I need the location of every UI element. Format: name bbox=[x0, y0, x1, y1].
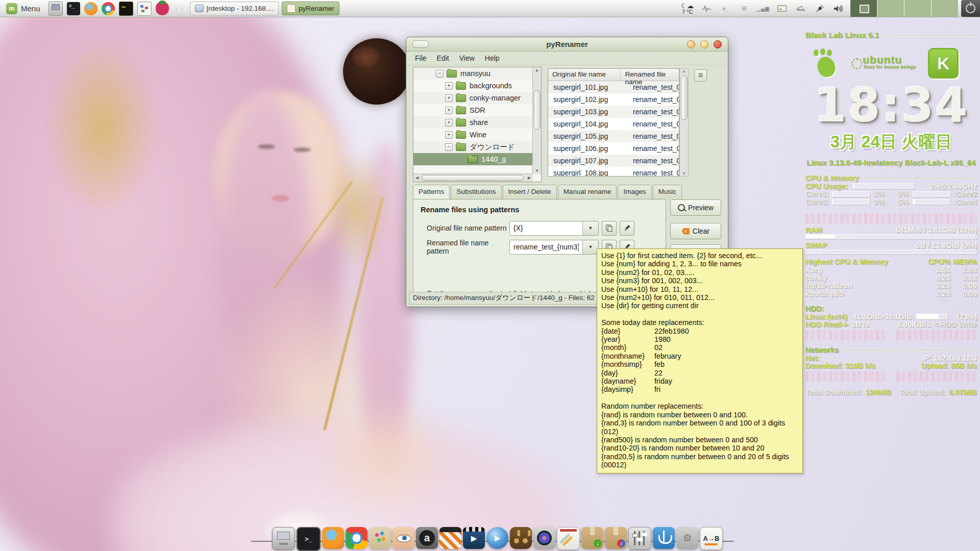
workspace-1[interactable] bbox=[850, 0, 877, 17]
terminal-tray-icon[interactable]: >_ bbox=[719, 3, 731, 15]
tab[interactable]: Insert / Delete bbox=[503, 185, 557, 199]
dock-text-editor[interactable] bbox=[557, 527, 580, 550]
tree-expander-icon[interactable]: + bbox=[445, 107, 453, 114]
combo-dropdown-icon[interactable]: ▼ bbox=[582, 221, 598, 235]
dock-photo-app[interactable] bbox=[533, 527, 555, 549]
dock-rename-tool[interactable]: A→B bbox=[700, 527, 723, 550]
tree-expander-icon[interactable]: + bbox=[445, 119, 453, 127]
tree-expander-icon[interactable]: + bbox=[445, 94, 453, 102]
file-row[interactable]: supergirl_103.jpg rename_test_002 bbox=[548, 106, 679, 118]
dock-terminal[interactable]: >_ bbox=[297, 527, 321, 551]
workspace-2[interactable] bbox=[877, 0, 904, 17]
file-row[interactable]: supergirl_102.jpg rename_test_001 bbox=[548, 93, 679, 106]
power-button[interactable] bbox=[961, 0, 980, 17]
copy-pattern-button[interactable] bbox=[602, 221, 617, 236]
menu-item[interactable]: File bbox=[410, 53, 431, 63]
minimize-button[interactable] bbox=[687, 40, 695, 48]
tree-item[interactable]: + Wine bbox=[413, 129, 533, 141]
volume-icon[interactable] bbox=[832, 3, 845, 15]
tree-horizontal-scrollbar[interactable]: ◀ ▶ bbox=[413, 173, 533, 182]
dock-media-sphere[interactable]: ▶ bbox=[486, 527, 508, 549]
launcher-chrome-icon[interactable] bbox=[102, 2, 115, 15]
file-row[interactable]: supergirl_101.jpg rename_test_000 bbox=[548, 81, 679, 93]
file-row[interactable]: supergirl_108.jpg rename_test_007 bbox=[548, 167, 679, 177]
tree-item[interactable]: 1440_g bbox=[413, 153, 533, 165]
tree-expander-icon[interactable]: − bbox=[436, 70, 444, 78]
menu-item[interactable]: Help bbox=[480, 53, 504, 63]
launcher-raspberry-icon[interactable] bbox=[156, 2, 169, 15]
column-original[interactable]: Original file name bbox=[548, 69, 621, 81]
launcher-firefox-icon[interactable] bbox=[84, 2, 97, 15]
dock-video-player[interactable]: ▶ bbox=[463, 527, 485, 549]
tree-item[interactable]: + backgrounds bbox=[413, 80, 533, 92]
usage-bars-icon[interactable]: ▁▄▆ bbox=[757, 3, 769, 15]
file-row[interactable]: supergirl_105.jpg rename_test_004 bbox=[548, 130, 679, 142]
tree-item[interactable]: − ダウンロード bbox=[413, 141, 533, 153]
menu-lines-icon[interactable]: ≡ bbox=[738, 3, 750, 15]
file-row[interactable]: supergirl_106.jpg rename_test_005 bbox=[548, 142, 679, 155]
workspace-3[interactable] bbox=[904, 0, 931, 17]
weather-applet[interactable]: ☾☁ 7 °C bbox=[681, 3, 694, 15]
clear-button[interactable]: × Clear bbox=[670, 223, 721, 239]
launcher-terminal-icon[interactable] bbox=[67, 2, 80, 15]
tab[interactable]: Images bbox=[618, 185, 651, 199]
window-titlebar[interactable]: pyRenamer bbox=[406, 37, 728, 52]
tree-expander-icon[interactable]: + bbox=[445, 131, 453, 139]
tree-expander-icon[interactable]: − bbox=[445, 143, 453, 151]
screenshot-icon[interactable] bbox=[776, 3, 788, 15]
original-pattern-input[interactable] bbox=[510, 221, 582, 235]
tab[interactable]: Manual rename bbox=[558, 185, 617, 199]
menu-item[interactable]: View bbox=[455, 53, 479, 63]
dock-audio-mixer[interactable] bbox=[628, 527, 651, 550]
taskbar-window-button[interactable]: [rdesktop - 192.168.... bbox=[190, 2, 279, 15]
scroll-right-icon[interactable]: ▶ bbox=[526, 174, 533, 182]
taskbar-window-button[interactable]: pyRenamer bbox=[282, 2, 339, 15]
file-list-scrollbar[interactable]: ▲ ▼ bbox=[679, 68, 689, 177]
tree-vertical-scrollbar[interactable]: ▲ ▼ bbox=[532, 67, 541, 174]
dock-image-viewer[interactable] bbox=[393, 527, 414, 549]
tree-item[interactable]: + SDR bbox=[413, 104, 533, 116]
dock-system-gears[interactable]: ⚙ bbox=[676, 527, 698, 549]
folder-icon bbox=[456, 119, 466, 127]
conky-monitor: Black Lab Linux 6.1 ubuntu linux for hum… bbox=[805, 31, 977, 396]
connector-plug-icon[interactable] bbox=[814, 3, 826, 15]
tree-expander-icon[interactable]: + bbox=[445, 82, 453, 90]
tooltip-line: {monthsimp}feb bbox=[601, 360, 798, 368]
file-row[interactable]: supergirl_104.jpg rename_test_003 bbox=[548, 118, 679, 130]
edit-pattern-button[interactable] bbox=[620, 221, 634, 236]
dock-music-a-app[interactable] bbox=[416, 527, 438, 549]
launcher-gnuradio-icon[interactable] bbox=[137, 2, 152, 16]
dock-paint-app[interactable] bbox=[369, 527, 391, 549]
column-renamed[interactable]: Renamed file name bbox=[621, 69, 679, 81]
launcher-computer-icon[interactable] bbox=[48, 2, 63, 16]
dock-package-down[interactable] bbox=[581, 527, 603, 549]
tab[interactable]: Substitutions bbox=[451, 185, 501, 199]
tab[interactable]: Music bbox=[653, 185, 682, 199]
column-options-button[interactable]: ▥ bbox=[694, 69, 707, 82]
launcher-oscilloscope-icon[interactable] bbox=[119, 2, 133, 16]
eraser-tray-icon[interactable] bbox=[795, 3, 807, 15]
tree-item[interactable]: − mansyuu bbox=[413, 67, 533, 80]
combo-dropdown-icon[interactable]: ▼ bbox=[582, 240, 598, 254]
dock-monitor[interactable] bbox=[272, 527, 295, 550]
tree-item[interactable]: + conky-manager bbox=[413, 92, 533, 104]
system-monitor-icon[interactable] bbox=[700, 3, 713, 15]
preview-button[interactable]: Preview bbox=[670, 199, 721, 216]
scroll-down-icon[interactable]: ▼ bbox=[533, 168, 541, 174]
scroll-up-icon[interactable]: ▲ bbox=[533, 67, 541, 73]
dock-package-audio[interactable] bbox=[605, 527, 627, 549]
workspace-4[interactable] bbox=[931, 0, 958, 17]
menu-item[interactable]: Edit bbox=[432, 53, 454, 63]
dock-owl-app[interactable] bbox=[510, 527, 532, 549]
tree-item[interactable]: + share bbox=[413, 116, 533, 129]
dock-video-editor[interactable] bbox=[439, 527, 461, 549]
menu-button[interactable]: m Menu bbox=[0, 0, 46, 17]
scroll-left-icon[interactable]: ◀ bbox=[413, 174, 421, 182]
dock-chrome[interactable] bbox=[346, 527, 368, 549]
dock-anchor-app[interactable] bbox=[653, 527, 675, 549]
dock-firefox[interactable] bbox=[322, 527, 344, 549]
file-row[interactable]: supergirl_107.jpg rename_test_006 bbox=[548, 155, 679, 167]
maximize-button[interactable] bbox=[700, 40, 708, 48]
renamed-pattern-input[interactable] bbox=[510, 240, 582, 254]
close-button[interactable] bbox=[714, 40, 722, 48]
